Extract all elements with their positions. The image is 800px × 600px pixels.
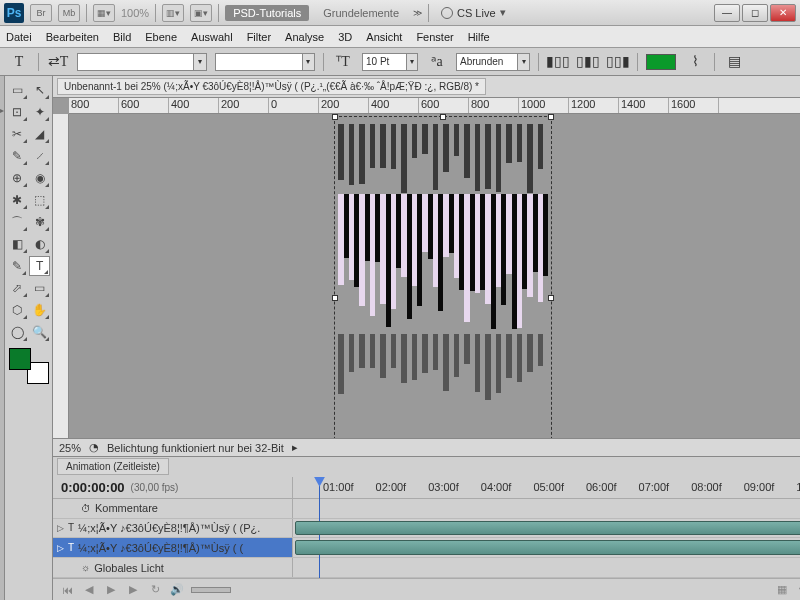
ps-logo: Ps: [4, 3, 24, 23]
font-family-combo[interactable]: ▾: [77, 53, 207, 71]
maximize-button[interactable]: ◻: [742, 4, 768, 22]
text-color-swatch[interactable]: [646, 54, 676, 70]
tool-0-0[interactable]: ▭: [7, 80, 28, 100]
loop-button[interactable]: ↻: [147, 583, 163, 597]
tool-2-1[interactable]: ◢: [30, 124, 51, 144]
menu-bearbeiten[interactable]: Bearbeiten: [46, 31, 99, 43]
bridge-button[interactable]: Br: [30, 4, 52, 22]
tool-8-0[interactable]: ✎: [7, 256, 27, 276]
antialias-combo[interactable]: ▾: [456, 53, 530, 71]
cslive-button[interactable]: CS Live ▾: [435, 6, 512, 19]
tool-7-1[interactable]: ◐: [30, 234, 51, 254]
tool-preset[interactable]: T: [8, 51, 30, 73]
status-message: Belichtung funktioniert nur bei 32-Bit: [107, 442, 284, 454]
tool-2-0[interactable]: ✂: [7, 124, 28, 144]
timecode[interactable]: 0:00:00:00: [61, 480, 125, 495]
menu-ebene[interactable]: Ebene: [145, 31, 177, 43]
menu-fenster[interactable]: Fenster: [416, 31, 453, 43]
track-global-light[interactable]: ☼ Globales Licht: [53, 558, 800, 578]
align-right-icon[interactable]: ▯▯▮: [607, 51, 629, 73]
tool-7-0[interactable]: ◧: [7, 234, 28, 254]
menu-datei[interactable]: Datei: [6, 31, 32, 43]
menu-filter[interactable]: Filter: [247, 31, 271, 43]
artwork: [338, 124, 548, 404]
workspace-more[interactable]: ≫: [413, 8, 422, 18]
prev-frame-button[interactable]: ◀: [81, 583, 97, 597]
close-button[interactable]: ✕: [770, 4, 796, 22]
menu-ansicht[interactable]: Ansicht: [366, 31, 402, 43]
menu-auswahl[interactable]: Auswahl: [191, 31, 233, 43]
tool-3-0[interactable]: ✎: [7, 146, 28, 166]
animation-panel: Animation (Zeitleiste) 0:00:00:00 (30,00…: [53, 456, 800, 600]
aa-icon: ᵃa: [426, 51, 448, 73]
zoom-slider[interactable]: [191, 587, 231, 593]
canvas[interactable]: [69, 114, 800, 438]
audio-button[interactable]: 🔊: [169, 583, 185, 597]
font-size-combo[interactable]: ▾: [362, 53, 418, 71]
workspace-psd[interactable]: PSD-Tutorials: [225, 5, 309, 21]
workspace-grund[interactable]: Grundelemente: [315, 5, 407, 21]
toolbox: ▭↖⊡✦✂◢✎⟋⊕◉✱⬚⌒✾◧◐✎T⬀▭⬡✋◯🔍: [5, 76, 53, 600]
canvas-area: 8006004002000200400600800100012001400160…: [53, 98, 800, 438]
transform-box[interactable]: [334, 116, 552, 438]
tool-8-1[interactable]: T: [29, 256, 50, 276]
fps-label: (30,00 fps): [131, 482, 179, 493]
tool-11-0[interactable]: ◯: [7, 322, 28, 342]
clip[interactable]: [295, 521, 800, 536]
tool-4-0[interactable]: ⊕: [7, 168, 28, 188]
tool-11-1[interactable]: 🔍: [30, 322, 51, 342]
tool-3-1[interactable]: ⟋: [30, 146, 51, 166]
titlebar: Ps Br Mb ▦▾ 100% ▥▾ ▣▾ PSD-Tutorials Gru…: [0, 0, 800, 26]
tool-1-1[interactable]: ✦: [30, 102, 51, 122]
animation-controls: ⏮ ◀ ▶ ▶ ↻ 🔊 ▦ 🗑: [53, 578, 800, 600]
tool-5-0[interactable]: ✱: [7, 190, 28, 210]
menubar: DateiBearbeitenBildEbeneAuswahlFilterAna…: [0, 26, 800, 48]
tool-1-0[interactable]: ⊡: [7, 102, 28, 122]
status-more[interactable]: ▸: [292, 441, 298, 454]
animation-tab[interactable]: Animation (Zeitleiste): [57, 458, 169, 475]
tool-9-0[interactable]: ⬀: [7, 278, 28, 298]
vertical-ruler: [53, 114, 69, 438]
menu-hilfe[interactable]: Hilfe: [468, 31, 490, 43]
status-icon: ◔: [89, 441, 99, 454]
tool-0-1[interactable]: ↖: [30, 80, 51, 100]
align-left-icon[interactable]: ▮▯▯: [547, 51, 569, 73]
orientation-button[interactable]: ⇄T: [47, 51, 69, 73]
view-extras-button[interactable]: ▦▾: [93, 4, 115, 22]
minimize-button[interactable]: —: [714, 4, 740, 22]
tool-10-0[interactable]: ⬡: [7, 300, 28, 320]
timeline-ruler[interactable]: 01:00f02:00f03:00f04:00f05:00f06:00f07:0…: [293, 477, 800, 498]
menu-analyse[interactable]: Analyse: [285, 31, 324, 43]
tool-4-1[interactable]: ◉: [30, 168, 51, 188]
next-frame-button[interactable]: ▶: [125, 583, 141, 597]
tool-6-0[interactable]: ⌒: [7, 212, 28, 232]
tool-10-1[interactable]: ✋: [30, 300, 51, 320]
zoom-level[interactable]: 100%: [121, 7, 149, 19]
menu-3d[interactable]: 3D: [338, 31, 352, 43]
align-center-icon[interactable]: ▯▮▯: [577, 51, 599, 73]
minibridge-button[interactable]: Mb: [58, 4, 80, 22]
rewind-button[interactable]: ⏮: [59, 583, 75, 597]
document-tab[interactable]: Unbenannt-1 bei 25% (¼;xÃ•Y €3ôÚ€yÈ8¦!Å)…: [53, 76, 800, 98]
fg-color[interactable]: [9, 348, 31, 370]
char-panel-button[interactable]: ▤: [723, 51, 745, 73]
convert-button[interactable]: ▦: [774, 583, 790, 597]
options-bar: T ⇄T ▾ ▾ ᵀT ▾ ᵃa ▾ ▮▯▯ ▯▮▯ ▯▯▮ ⌇ ▤: [0, 48, 800, 76]
track-text2[interactable]: ▷ T ¼;x¦Ã•Y ♪€3ôÚ€yÈ8¦!¶Å)™Ùsÿ ( (: [53, 538, 800, 558]
font-style-combo[interactable]: ▾: [215, 53, 315, 71]
menu-bild[interactable]: Bild: [113, 31, 131, 43]
tool-5-1[interactable]: ⬚: [30, 190, 51, 210]
horizontal-ruler: 8006004002000200400600800100012001400160…: [69, 98, 800, 114]
track-text1[interactable]: ▷ T ¼;x¦Ã•Y ♪€3ôÚ€yÈ8¦!¶Å)™Ùsÿ ( (P¿.: [53, 519, 800, 539]
clip[interactable]: [295, 540, 800, 555]
delete-button[interactable]: 🗑: [796, 583, 800, 597]
screenmode-button[interactable]: ▣▾: [190, 4, 212, 22]
track-comments: ⏱ Kommentare: [53, 499, 800, 519]
tool-6-1[interactable]: ✾: [30, 212, 51, 232]
play-button[interactable]: ▶: [103, 583, 119, 597]
status-zoom[interactable]: 25%: [59, 442, 81, 454]
arrange-button[interactable]: ▥▾: [162, 4, 184, 22]
warp-text-button[interactable]: ⌇: [684, 51, 706, 73]
status-bar: 25% ◔ Belichtung funktioniert nur bei 32…: [53, 438, 800, 456]
tool-9-1[interactable]: ▭: [30, 278, 51, 298]
